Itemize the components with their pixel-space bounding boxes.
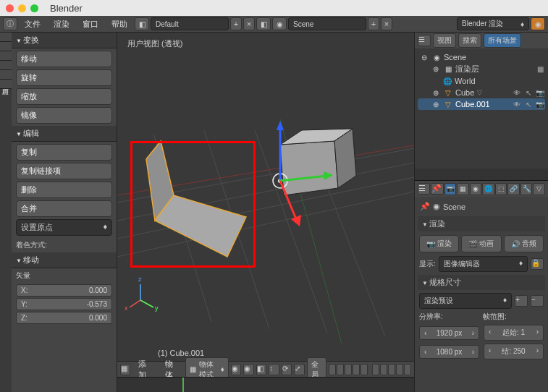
menu-render[interactable]: 渲染 xyxy=(48,19,75,30)
transform-panel-header[interactable]: 变换 xyxy=(12,33,117,48)
renderlayer-icon2[interactable]: ▦ xyxy=(535,64,545,74)
properties-editor-icon[interactable]: ☰ xyxy=(418,183,430,195)
scene-browse-icon[interactable]: ◉ xyxy=(272,17,287,30)
preset-remove-icon[interactable]: − xyxy=(531,295,544,307)
join-button[interactable]: 合并 xyxy=(16,200,112,217)
dimensions-panel-header[interactable]: 规格尺寸 xyxy=(418,275,545,290)
manip-translate-icon[interactable]: ↕ xyxy=(269,364,279,375)
layout-delete-button[interactable]: × xyxy=(243,17,255,30)
frame-start-field[interactable]: ‹起始: 1› xyxy=(484,325,544,341)
outliner-renderlayers-row[interactable]: ⊕ ▦ 渲染层 ▦ xyxy=(418,63,545,75)
pivot-icon[interactable]: ◉ xyxy=(243,364,253,375)
window-max-icon[interactable] xyxy=(30,4,38,12)
outliner-scrollbar[interactable] xyxy=(415,169,548,180)
manip-scale-icon[interactable]: ⤢ xyxy=(294,364,304,375)
selectable-arrow-icon[interactable]: ↖ xyxy=(523,99,534,109)
outliner-cube001-row[interactable]: ⊕ ▽ Cube.001 👁 ↖ 📷 xyxy=(418,98,545,110)
res-y-field[interactable]: ‹1080 px› xyxy=(419,345,479,359)
tab-physics[interactable]: 物理 xyxy=(0,70,12,80)
pin-icon[interactable]: 📌 xyxy=(431,183,443,195)
renderable-camera-icon[interactable]: 📷 xyxy=(535,99,545,109)
set-origin-dropdown[interactable]: 设置原点♦ xyxy=(16,219,112,236)
expand-icon[interactable]: ⊕ xyxy=(431,88,441,98)
layer-buttons[interactable] xyxy=(329,364,411,375)
anim-button[interactable]: 🎬 动画 xyxy=(461,235,501,252)
outliner-editor-icon[interactable]: ☰ xyxy=(418,35,431,46)
window-min-icon[interactable] xyxy=(18,4,26,12)
display-mode-select[interactable]: 图像编辑器♦ xyxy=(439,256,528,272)
render-panel-header[interactable]: 渲染 xyxy=(418,216,545,231)
scene-delete-button[interactable]: × xyxy=(381,17,392,30)
blender-logo-icon[interactable]: ◉ xyxy=(531,17,545,30)
layout-select[interactable]: Default xyxy=(151,17,229,30)
scene-select[interactable]: Scene xyxy=(288,17,366,30)
outliner-cube-row[interactable]: ⊕ ▽ Cube ▽ 👁 ↖ 📷 xyxy=(418,87,545,98)
delete-button[interactable]: 删除 xyxy=(16,182,112,198)
render-preset-select[interactable]: 渲染预设♦ xyxy=(419,293,512,309)
visibility-eye-icon[interactable]: 👁 xyxy=(512,99,522,109)
visibility-eye-icon[interactable]: 👁 xyxy=(512,88,522,98)
last-op-header[interactable]: 移动 xyxy=(12,252,117,268)
translate-y-field[interactable]: Y: -0.573 xyxy=(16,298,112,310)
scale-button[interactable]: 缩放 xyxy=(16,88,112,105)
tab-render-icon[interactable]: 📷 xyxy=(444,183,457,195)
render-engine-select[interactable]: Blender 渲染 ♦ xyxy=(457,17,529,30)
datablock-breadcrumb[interactable]: 📌 ◉ Scene xyxy=(418,200,545,213)
preset-add-icon[interactable]: + xyxy=(515,295,528,307)
outliner-tree[interactable]: ⊖ ◉ Scene ⊕ ▦ 渲染层 ▦ 🌐 World ⊕ ▽ Cub xyxy=(415,48,548,169)
tab-constraints-icon[interactable]: 🔗 xyxy=(507,183,520,195)
layout-add-button[interactable]: + xyxy=(230,17,242,30)
menu-file[interactable]: 文件 xyxy=(19,19,46,30)
rotate-button[interactable]: 旋转 xyxy=(16,69,112,86)
svg-line-28 xyxy=(130,300,140,307)
editor-type-icon[interactable]: ▦ xyxy=(120,364,130,375)
res-x-field[interactable]: ‹1920 px› xyxy=(419,326,479,340)
tab-scene-icon[interactable]: ◉ xyxy=(470,183,482,195)
outliner-scene-row[interactable]: ⊖ ◉ Scene xyxy=(418,51,545,63)
edit-panel-header[interactable]: 编辑 xyxy=(12,126,117,142)
expand-icon[interactable]: ⊕ xyxy=(431,99,441,109)
tab-world-icon[interactable]: 🌐 xyxy=(482,183,494,195)
3d-viewport[interactable]: 用户视图 (透视) xyxy=(117,33,414,392)
outliner-all-scenes[interactable]: 所有场景 xyxy=(484,33,521,48)
outliner-view[interactable]: 视图 xyxy=(433,33,456,48)
duplicate-button[interactable]: 复制 xyxy=(16,144,112,161)
pin-icon[interactable]: 📌 xyxy=(420,202,430,211)
lock-icon[interactable]: 🔒 xyxy=(531,258,544,270)
scene-prev-icon[interactable]: ◧ xyxy=(256,17,271,30)
menu-window[interactable]: 窗口 xyxy=(77,19,104,30)
tab-tool[interactable]: 工具 xyxy=(0,33,12,42)
tab-history[interactable]: 历程 xyxy=(0,80,12,89)
render-button[interactable]: 📷 渲染 xyxy=(419,235,459,252)
tab-anim[interactable]: 动画 xyxy=(0,61,12,70)
tab-modifiers-icon[interactable]: 🔧 xyxy=(520,183,533,195)
manip-rotate-icon[interactable]: ⟳ xyxy=(282,364,292,375)
tab-object-icon[interactable]: ⬚ xyxy=(495,183,507,195)
menu-help[interactable]: 帮助 xyxy=(106,19,133,30)
timeline-playhead[interactable] xyxy=(182,378,184,392)
expand-icon[interactable]: ⊖ xyxy=(419,52,429,62)
translate-z-field[interactable]: Z: 0.000 xyxy=(16,312,112,324)
translate-button[interactable]: 移动 xyxy=(16,51,112,67)
translate-x-field[interactable]: X: 0.000 xyxy=(16,284,112,297)
tab-relations[interactable]: 关系 xyxy=(0,51,12,61)
timeline[interactable] xyxy=(117,377,414,392)
outliner-world-row[interactable]: 🌐 World xyxy=(418,75,545,87)
duplicate-linked-button[interactable]: 复制链接项 xyxy=(16,163,112,179)
selectable-arrow-icon[interactable]: ↖ xyxy=(523,88,534,98)
tab-create[interactable]: 创建 xyxy=(0,42,12,51)
frame-end-field[interactable]: ‹结: 250› xyxy=(484,344,544,359)
tab-data-icon[interactable]: ▽ xyxy=(533,183,545,195)
audio-button[interactable]: 🔊 音频 xyxy=(504,235,544,252)
expand-icon[interactable]: ⊕ xyxy=(431,64,441,74)
back-to-prev-icon[interactable]: ◧ xyxy=(135,17,149,30)
scene-add-button[interactable]: + xyxy=(368,17,379,30)
renderable-camera-icon[interactable]: 📷 xyxy=(535,88,545,98)
mirror-button[interactable]: 镜像 xyxy=(16,107,112,124)
layer-icon[interactable]: ◧ xyxy=(256,364,266,375)
window-close-icon[interactable] xyxy=(6,4,14,12)
info-editor-icon[interactable]: ⓘ xyxy=(3,17,17,30)
tab-renderlayers-icon[interactable]: ▦ xyxy=(457,183,469,195)
display-shading-icon[interactable]: ◉ xyxy=(231,364,241,375)
outliner-search[interactable]: 搜索 xyxy=(458,33,481,48)
